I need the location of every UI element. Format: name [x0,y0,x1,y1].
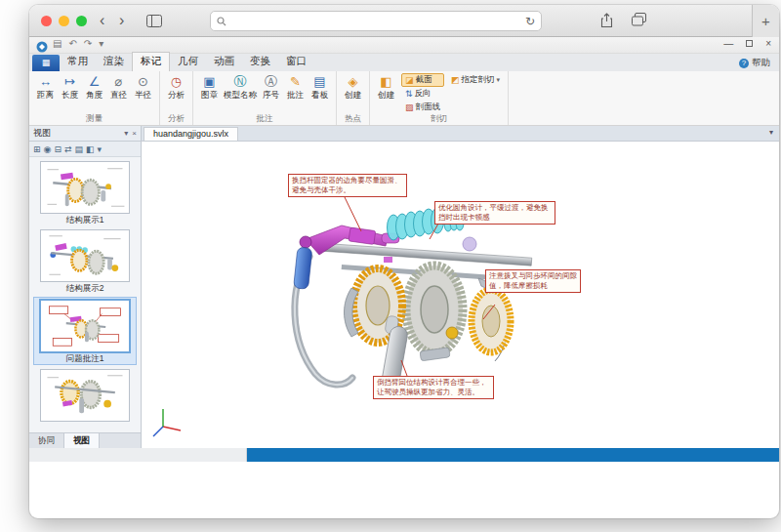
tab-bianhuan[interactable]: 变换 [242,53,278,71]
assign-section-button[interactable]: ◩ 指定剖切 ▾ [447,73,504,87]
camera-add-icon[interactable]: ⊞ [33,144,41,154]
document-tabbar: 视图 ▾ × huandangjigou.svlx ▾ [29,126,779,142]
tab-collaboration[interactable]: 协同 [29,433,64,448]
section-plane-button[interactable]: ◪ 截面 [401,73,444,87]
model-viewport[interactable]: 换挡杆固定器的边角要尽量圆滑、避免与壳体干涉。 优化圆角设计，平缓过渡，避免换挡… [142,142,779,448]
share-icon[interactable] [600,13,613,32]
forward-button[interactable]: › [119,10,124,31]
angle-icon: ∠ [89,74,101,90]
camera-icon[interactable]: ◉ [44,144,52,154]
help-icon: ? [739,59,749,68]
annotation-callout[interactable]: 换挡杆固定器的边角要尽量圆滑、避免与壳体干涉。 [288,174,407,197]
section-hatch-button[interactable]: ▨ 剖面线 [401,101,444,114]
hotspot-create-icon: ◈ [349,74,358,90]
group-label-measure: 测量 [29,113,159,125]
view-panel-toolbar: ⊞ ◉ ⊟ ⇄ ▤ ◧ ▾ [29,142,141,157]
panel-pin-icon[interactable]: ▾ [124,129,128,138]
thumbnail-preview [40,229,130,282]
tab-xuanran[interactable]: 渲染 [96,53,132,71]
view-panel-title: 视图 [33,127,51,140]
swap-view-icon[interactable]: ⇄ [64,144,72,154]
distance-icon: ↔ [39,74,52,90]
desktop: ‹ › ↻ + [0,0,781,532]
thumbnail-preview [40,161,130,214]
camera-remove-icon[interactable]: ⊟ [54,144,62,154]
section-reverse-icon: ⇅ [405,89,413,99]
length-button[interactable]: ↦ 长度 [58,73,82,102]
mac-close-button[interactable] [41,16,52,26]
tab-biaoji[interactable]: 标记 [132,52,170,71]
search-input[interactable] [230,16,525,27]
hotspot-create-button[interactable]: ◈ 创建 [341,73,365,102]
back-button[interactable]: ‹ [100,10,104,31]
comment-icon: ✎ [290,74,301,90]
group-section: ◧ 创建 ◪ 截面 ⇅ 反向 [370,71,509,125]
list-view-icon[interactable]: ▤ [75,144,84,154]
tab-overview-icon[interactable] [632,13,646,30]
board-button[interactable]: ▤ 看板 [308,73,332,102]
split-view-icon[interactable]: ◧ [86,144,95,154]
stamp-button[interactable]: ▣ 图章 [197,73,222,102]
length-icon: ↦ [64,74,75,90]
ribbon: ↔ 距离 ↦ 长度 ∠ 角度 ⌀ 直径 [29,71,779,126]
view-thumbnail-list: 结构展示1 [29,157,141,431]
redo-icon[interactable]: ↷ [84,38,92,49]
panel-close-icon[interactable]: × [132,129,137,138]
view-panel-header: 视图 ▾ × [29,126,142,141]
mac-minimize-button[interactable] [59,16,69,26]
model-name-button[interactable]: Ⓝ 模型名称 [222,73,259,102]
radius-button[interactable]: ⊙ 半径 [131,73,155,102]
angle-button[interactable]: ∠ 角度 [82,73,106,102]
group-analysis: ◷ 分析 分析 [160,71,193,125]
section-create-button[interactable]: ◧ 创建 [374,73,398,102]
autohide-icon[interactable]: ▾ [763,126,779,141]
save-icon[interactable]: ▤ [53,38,62,49]
view-thumbnail-annotation1[interactable]: 问题批注1 [34,298,136,364]
thumbnail-label [34,422,136,431]
more-tools-icon[interactable]: ▾ [98,144,103,154]
undo-icon[interactable]: ↶ [68,38,76,49]
tab-donghua[interactable]: 动画 [206,53,242,71]
view-thumbnail-structure1[interactable]: 结构展示1 [34,161,136,225]
tab-changyong[interactable]: 常用 [60,53,96,71]
annotation-callout[interactable]: 倒挡臂回位结构设计再合理一些，让驾驶员操纵更加省力、灵活。 [373,376,494,399]
section-plane-icon: ◪ [405,75,414,85]
cad-application: ▤ ↶ ↷ ▾ — × ▦ 常用 渲染 标记 几何 动画 变换 窗 [29,37,779,462]
thumbnail-label: 问题批注1 [34,352,136,363]
tab-chuangkou[interactable]: 窗口 [278,53,314,71]
annotation-callout[interactable]: 优化圆角设计，平缓过渡，避免换挡时出现卡顿感 [434,201,555,225]
group-label-analysis: 分析 [160,113,192,125]
annotation-callout[interactable]: 注意拨叉与同步环间的间隙值，降低摩擦损耗 [485,269,581,293]
sidebar-icon[interactable] [146,14,162,31]
group-hotspot: ◈ 创建 热点 [337,71,370,125]
qat-dropdown-icon[interactable]: ▾ [99,38,103,49]
ribbon-tabs: ▦ 常用 渲染 标记 几何 动画 变换 窗口 ? 帮助 [29,54,779,71]
balloon-button[interactable]: Ⓐ 序号 [259,73,283,102]
distance-button[interactable]: ↔ 距离 [33,73,58,102]
view-thumbnail-structure2[interactable]: 结构展示2 [34,229,136,293]
status-bar-progress [247,448,779,462]
help-button[interactable]: ? 帮助 [730,57,779,71]
tab-jihe[interactable]: 几何 [170,53,206,71]
file-menu-button[interactable]: ▦ [32,55,60,71]
group-label-annotate: 批注 [193,113,336,125]
tab-views[interactable]: 视图 [64,433,100,448]
mac-zoom-button[interactable] [76,16,87,26]
address-search-field[interactable]: ↻ [210,11,542,31]
minimize-icon[interactable]: — [723,38,733,49]
group-label-section: 剖切 [370,113,508,125]
refresh-icon[interactable]: ↻ [525,15,535,28]
comment-button[interactable]: ✎ 批注 [283,73,308,102]
maximize-icon[interactable] [746,40,753,47]
close-icon[interactable]: × [765,38,771,49]
analysis-button[interactable]: ◷ 分析 [164,73,188,102]
section-reverse-button[interactable]: ⇅ 反向 [401,87,444,101]
new-tab-button[interactable]: + [752,5,779,37]
diameter-icon: ⌀ [115,74,123,90]
analysis-icon: ◷ [171,74,182,90]
model-name-icon: Ⓝ [234,74,247,90]
view-thumbnail-4[interactable] [34,369,136,431]
document-tab[interactable]: huandangjigou.svlx [144,127,238,141]
thumbnail-preview [40,369,130,422]
diameter-button[interactable]: ⌀ 直径 [106,73,131,102]
